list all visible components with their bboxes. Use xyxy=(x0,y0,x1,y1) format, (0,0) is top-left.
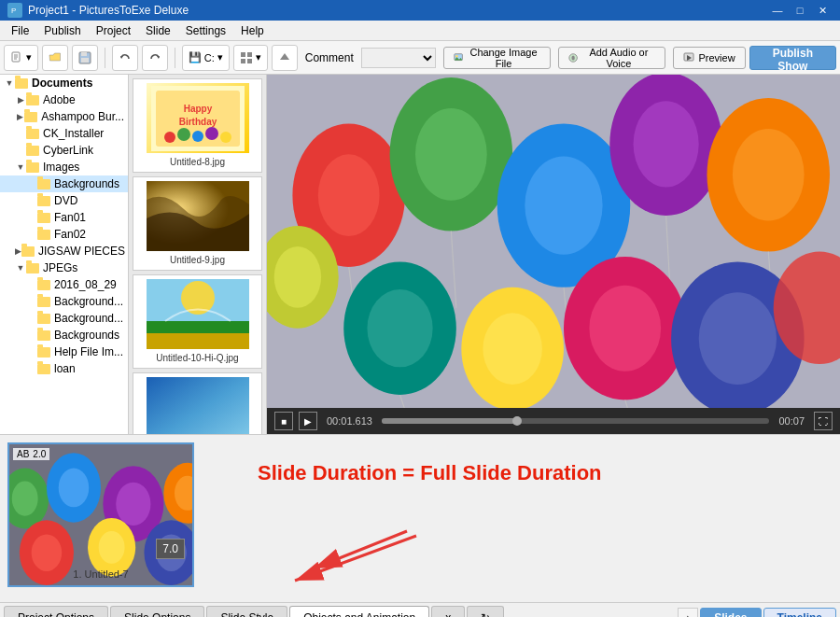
progress-handle[interactable] xyxy=(512,416,522,426)
arrow-images: ▼ xyxy=(15,161,26,173)
tree-item-fan01[interactable]: ▶ Fan01 xyxy=(0,209,128,226)
tree-item-background1[interactable]: ▶ Background... xyxy=(0,293,128,310)
window-controls[interactable]: — □ ✕ xyxy=(767,3,833,18)
maximize-button[interactable]: □ xyxy=(790,3,810,18)
file-tree[interactable]: ▼ Documents ▶ Adobe ▶ Ashampoo Bur... ▶ … xyxy=(0,75,129,434)
tab-project-options-label: Project Options xyxy=(18,611,94,618)
tree-item-jpegs[interactable]: ▼ JPEGs xyxy=(0,259,128,276)
svg-line-85 xyxy=(295,536,416,581)
redo-button[interactable] xyxy=(142,45,168,71)
thumb-image-1: Happy Birthday xyxy=(147,83,249,153)
folder-icon-2016 xyxy=(37,280,50,290)
tree-item-documents[interactable]: ▼ Documents xyxy=(0,75,128,91)
tree-item-ashampoo[interactable]: ▶ Ashampoo Bur... xyxy=(0,108,128,125)
drive-button[interactable]: 💾 C: ▾ xyxy=(182,45,230,71)
folder-icon-backgrounds xyxy=(37,179,50,189)
tab-refresh[interactable]: ↻ xyxy=(467,606,504,617)
tab-slides[interactable]: Slides xyxy=(700,608,761,617)
tab-slide-style[interactable]: Slide Style xyxy=(206,606,287,617)
tree-item-helpfiles[interactable]: ▶ Help File Im... xyxy=(0,344,128,360)
tab-project-options[interactable]: Project Options xyxy=(4,606,108,617)
tab-close[interactable]: x xyxy=(431,606,465,617)
progress-fill xyxy=(382,418,517,424)
tree-item-images[interactable]: ▼ Images xyxy=(0,159,128,175)
tree-item-backgrounds[interactable]: ▶ Backgrounds xyxy=(0,175,128,192)
view-button[interactable]: ▾ xyxy=(233,45,268,71)
tree-label-jigsaw: JIGSAW PIECES xyxy=(38,245,125,258)
slide-thumbnail-container[interactable]: AB 2.0 7.0 1. Untitled-7 xyxy=(7,442,194,587)
menu-slide[interactable]: Slide xyxy=(138,22,178,39)
slides-triangle-button[interactable]: △ xyxy=(678,608,698,617)
comment-select[interactable] xyxy=(361,48,436,68)
folder-icon-jpegs xyxy=(26,263,39,273)
tree-item-2016[interactable]: ▶ 2016_08_29 xyxy=(0,276,128,293)
tab-slide-options-label: Slide Options xyxy=(124,611,190,618)
play-button[interactable]: ▶ xyxy=(299,412,317,430)
tree-item-jigsaw[interactable]: ▶ JIGSAW PIECES xyxy=(0,243,128,259)
thumb-label-3: Untitled-10-Hi-Q.jpg xyxy=(156,353,238,363)
tree-item-loan[interactable]: ▶ loan xyxy=(0,360,128,377)
tab-objects-animation[interactable]: Objects and Animation xyxy=(289,606,429,617)
open-button[interactable] xyxy=(42,45,68,71)
up-button[interactable] xyxy=(272,45,298,71)
tree-item-background2[interactable]: ▶ Background... xyxy=(0,310,128,327)
tree-item-dvd[interactable]: ▶ DVD xyxy=(0,192,128,209)
folder-icon-backgrounds2 xyxy=(37,330,50,341)
view-icon xyxy=(240,51,253,64)
image-icon xyxy=(454,52,463,63)
comment-label: Comment xyxy=(305,51,354,64)
change-image-button[interactable]: Change Image File xyxy=(443,47,551,69)
tree-item-cyberlink[interactable]: ▶ CyberLink xyxy=(0,142,128,159)
fullscreen-button[interactable]: ⛶ xyxy=(814,412,833,430)
svg-point-40 xyxy=(318,154,380,236)
save-button[interactable] xyxy=(72,45,98,71)
folder-icon-adobe xyxy=(26,95,39,105)
publish-show-button[interactable]: Publish Show xyxy=(749,46,836,70)
thumbnail-3[interactable]: Untitled-10-Hi-Q.jpg xyxy=(133,274,262,369)
add-audio-button[interactable]: Add Audio or Voice xyxy=(558,47,665,69)
svg-rect-13 xyxy=(241,59,245,63)
tree-label-dvd: DVD xyxy=(54,194,77,207)
tree-label-cyberlink: CyberLink xyxy=(43,144,93,157)
tree-item-fan02[interactable]: ▶ Fan02 xyxy=(0,226,128,243)
folder-icon-documents xyxy=(15,78,28,89)
stop-button[interactable]: ■ xyxy=(274,412,293,430)
add-audio-label: Add Audio or Voice xyxy=(581,47,655,69)
tree-label-loan: loan xyxy=(54,362,76,375)
svg-point-72 xyxy=(59,469,90,508)
menu-file[interactable]: File xyxy=(4,22,36,39)
preview-button[interactable]: Preview xyxy=(673,47,745,69)
new-button[interactable]: ▾ xyxy=(4,45,38,71)
version-label: 2.0 xyxy=(33,449,46,459)
thumbnail-2[interactable]: Untitled-9.jpg xyxy=(133,176,262,271)
progress-bar[interactable] xyxy=(382,418,770,424)
tree-item-adobe[interactable]: ▶ Adobe xyxy=(0,91,128,108)
tab-slide-options[interactable]: Slide Options xyxy=(110,606,204,617)
tree-label-backgrounds2: Backgrounds xyxy=(54,329,119,342)
thumbnail-strip[interactable]: Happy Birthday Untitled-8.jpg xyxy=(129,75,267,434)
svg-text:Happy: Happy xyxy=(183,104,212,114)
thumbnail-4[interactable]: ... xyxy=(133,372,262,434)
new-icon xyxy=(10,51,23,64)
menu-project[interactable]: Project xyxy=(89,22,138,39)
menu-help[interactable]: Help xyxy=(233,22,272,39)
menu-publish[interactable]: Publish xyxy=(36,22,88,39)
menu-settings[interactable]: Settings xyxy=(178,22,233,39)
tree-label-images: Images xyxy=(43,161,79,174)
time-total: 00:07 xyxy=(778,415,805,427)
annotation-area: Slide Duration = Full Slide Duration xyxy=(202,442,833,595)
drive-icon: 💾 xyxy=(189,51,202,63)
preview-label: Preview xyxy=(698,52,735,63)
thumb-label-1: Untitled-8.jpg xyxy=(170,157,225,167)
tree-item-backgrounds2[interactable]: ▶ Backgrounds xyxy=(0,327,128,344)
undo-button[interactable] xyxy=(112,45,138,71)
preview-controls: ■ ▶ 00:01.613 00:07 ⛶ xyxy=(267,408,840,434)
close-button[interactable]: ✕ xyxy=(812,3,833,18)
thumbnail-1[interactable]: Happy Birthday Untitled-8.jpg xyxy=(133,78,262,173)
folder-icon-cyberlink xyxy=(26,146,39,156)
tree-item-ck[interactable]: ▶ CK_Installer xyxy=(0,125,128,142)
tree-label-helpfiles: Help File Im... xyxy=(54,345,123,358)
tree-label-backgrounds: Backgrounds xyxy=(54,177,119,190)
minimize-button[interactable]: — xyxy=(767,3,788,18)
tab-timeline[interactable]: Timeline xyxy=(763,608,836,617)
